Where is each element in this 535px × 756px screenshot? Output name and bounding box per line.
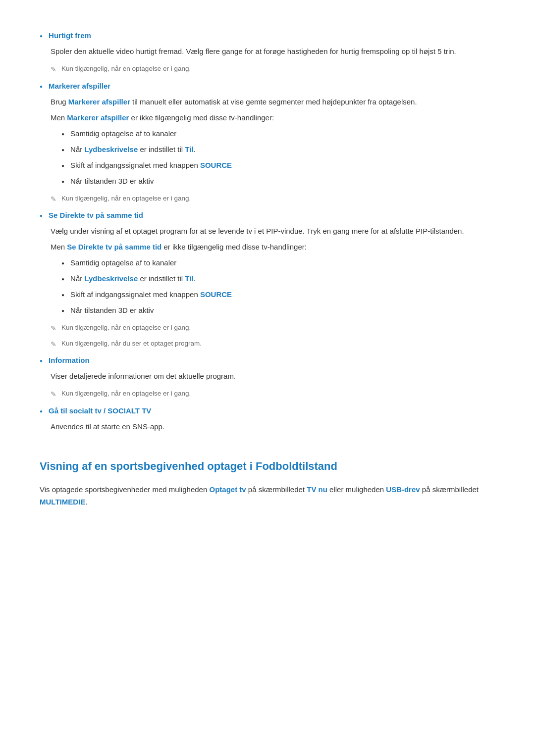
section-title-hurtigt-frem: Hurtigt frem (49, 30, 91, 42)
direkte-description-1: Vælg under visning af et optaget program… (51, 225, 495, 237)
section-title-socialt: Gå til socialt tv / SOCIALT TV (49, 405, 151, 417)
lydbeskrivelse-link-2: Lydbeskrivelse (84, 274, 138, 283)
page-content: ● Hurtigt frem Spoler den aktuelle video… (40, 20, 495, 508)
section-hurtigt-frem: ● Hurtigt frem Spoler den aktuelle video… (40, 30, 495, 75)
sub-bullet-text: Når tilstanden 3D er aktiv (70, 175, 154, 187)
section-title-information: Information (49, 354, 90, 366)
fodboldtilstand-description: Vis optagede sportsbegivenheder med muli… (40, 484, 495, 508)
note-direkte-2: ✎ Kun tilgængelig, når du ser et optaget… (51, 338, 495, 350)
note-text-markerer-1: Kun tilgængelig, når en optagelse er i g… (61, 193, 191, 204)
section-body-information: Viser detaljerede informationer om det a… (51, 370, 495, 382)
sub-bullet-item: ● Samtidig optagelse af to kanaler (61, 257, 495, 269)
direkte-inline-link: Se Direkte tv på samme tid (67, 243, 161, 251)
bullet-icon: ● (40, 407, 43, 415)
note-text-direkte-1: Kun tilgængelig, når en optagelse er i g… (61, 322, 191, 333)
sub-bullet-item: ● Når tilstanden 3D er aktiv (61, 175, 495, 187)
markerer-description-2: Men Markerer afspiller er ikke tilgængel… (51, 112, 495, 124)
sub-bullet-item: ● Når Lydbeskrivelse er indstillet til T… (61, 273, 495, 285)
sub-bullet-icon: ● (61, 291, 64, 299)
usb-drev-link: USB-drev (386, 485, 420, 494)
section-title-direkte: Se Direkte tv på samme tid (49, 209, 143, 221)
section-body-socialt: Anvendes til at starte en SNS-app. (51, 421, 495, 433)
bullet-icon: ● (40, 32, 43, 40)
sub-bullet-text: Når Lydbeskrivelse er indstillet til Til… (70, 273, 196, 285)
sub-bullet-text: Når Lydbeskrivelse er indstillet til Til… (70, 144, 196, 155)
sub-bullet-item: ● Samtidig optagelse af to kanaler (61, 128, 495, 140)
pencil-icon: ✎ (51, 339, 56, 350)
sub-bullet-text: Når tilstanden 3D er aktiv (70, 304, 154, 316)
section-fodboldtilstand: Visning af en sportsbegivenhed optaget i… (40, 457, 495, 508)
sub-bullet-icon: ● (61, 178, 64, 186)
source-link-2: SOURCE (200, 290, 232, 299)
section-markerer-afspiller: ● Markerer afspiller Brug Markerer afspi… (40, 80, 495, 205)
section-socialt-tv: ● Gå til socialt tv / SOCIALT TV Anvende… (40, 405, 495, 433)
section-information: ● Information Viser detaljerede informat… (40, 354, 495, 400)
markerer-inline-link-2: Markerer afspiller (67, 113, 129, 122)
source-link: SOURCE (200, 161, 232, 169)
note-hurtigt-frem-1: ✎ Kun tilgængelig, når en optagelse er i… (51, 63, 495, 75)
direkte-description-2: Men Se Direkte tv på samme tid er ikke t… (51, 241, 495, 253)
markerer-inline-link-1: Markerer afspiller (68, 98, 130, 106)
socialt-tv-caps: SOCIALT TV (107, 406, 151, 415)
sub-bullet-icon: ● (61, 146, 64, 154)
pencil-icon: ✎ (51, 64, 56, 75)
note-direkte-1: ✎ Kun tilgængelig, når en optagelse er i… (51, 322, 495, 334)
sub-bullet-item: ● Skift af indgangssignalet med knappen … (61, 289, 495, 301)
sub-bullet-item: ● Når Lydbeskrivelse er indstillet til T… (61, 144, 495, 155)
section-se-direkte-tv: ● Se Direkte tv på samme tid Vælg under … (40, 209, 495, 350)
sub-bullet-item: ● Når tilstanden 3D er aktiv (61, 304, 495, 316)
markerer-sub-bullets: ● Samtidig optagelse af to kanaler ● Når… (61, 128, 495, 187)
bullet-icon: ● (40, 212, 43, 220)
sub-bullet-icon: ● (61, 162, 64, 170)
section-body-direkte: Vælg under visning af et optaget program… (51, 225, 495, 316)
bullet-icon: ● (40, 83, 43, 91)
fodboldtilstand-heading: Visning af en sportsbegivenhed optaget i… (40, 457, 495, 475)
sub-bullet-icon: ● (61, 275, 64, 283)
information-description: Viser detaljerede informationer om det a… (51, 370, 495, 382)
optaget-tv-link: Optaget tv (209, 485, 246, 494)
tv-nu-link: TV nu (307, 485, 327, 494)
section-body-markerer: Brug Markerer afspiller til manuelt elle… (51, 96, 495, 187)
sub-bullet-text: Samtidig optagelse af to kanaler (70, 128, 176, 140)
lydbeskrivelse-link: Lydbeskrivelse (84, 145, 138, 153)
til-link-2: Til (185, 274, 193, 283)
sub-bullet-text: Skift af indgangssignalet med knappen SO… (70, 159, 232, 171)
socialt-description: Anvendes til at starte en SNS-app. (51, 421, 495, 433)
note-text-direkte-2: Kun tilgængelig, når du ser et optaget p… (61, 338, 202, 349)
sub-bullet-text: Skift af indgangssignalet med knappen SO… (70, 289, 232, 301)
pencil-icon: ✎ (51, 389, 56, 400)
bullet-icon: ● (40, 357, 43, 365)
sub-bullet-text: Samtidig optagelse af to kanaler (70, 257, 176, 269)
markerer-description-1: Brug Markerer afspiller til manuelt elle… (51, 96, 495, 108)
note-markerer-1: ✎ Kun tilgængelig, når en optagelse er i… (51, 193, 495, 205)
sub-bullet-icon: ● (61, 307, 64, 315)
direkte-sub-bullets: ● Samtidig optagelse af to kanaler ● Når… (61, 257, 495, 316)
note-text-information-1: Kun tilgængelig, når en optagelse er i g… (61, 388, 191, 399)
sub-bullet-icon: ● (61, 130, 64, 138)
section-title-markerer: Markerer afspiller (49, 80, 110, 92)
pencil-icon: ✎ (51, 194, 56, 205)
note-text-hurtigt-frem-1: Kun tilgængelig, når en optagelse er i g… (61, 63, 191, 74)
hurtigt-frem-description: Spoler den aktuelle video hurtigt fremad… (51, 46, 495, 57)
note-information-1: ✎ Kun tilgængelig, når en optagelse er i… (51, 388, 495, 400)
sub-bullet-icon: ● (61, 259, 64, 267)
til-link: Til (185, 145, 193, 153)
pencil-icon: ✎ (51, 323, 56, 334)
multimedie-link: MULTIMEDIE (40, 498, 85, 506)
section-body-hurtigt-frem: Spoler den aktuelle video hurtigt fremad… (51, 46, 495, 57)
sub-bullet-item: ● Skift af indgangssignalet med knappen … (61, 159, 495, 171)
